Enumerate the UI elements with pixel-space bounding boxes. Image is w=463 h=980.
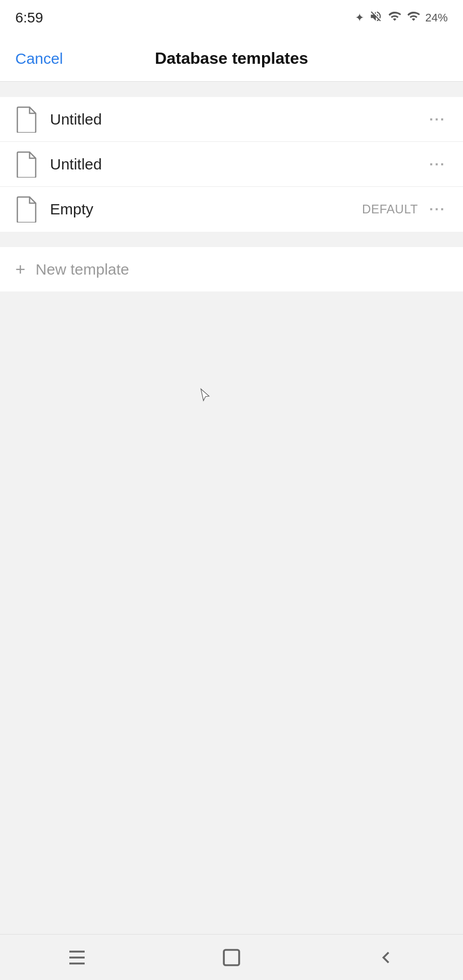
doc-icon-2 xyxy=(15,151,38,178)
section-divider-top xyxy=(0,82,463,97)
status-bar: 6:59 ✦ 24% xyxy=(0,0,463,36)
template-name-2: Untitled xyxy=(50,156,427,173)
template-more-button-1[interactable]: ··· xyxy=(427,111,448,128)
signal-icon xyxy=(407,10,420,26)
plus-icon: + xyxy=(15,259,25,279)
wifi-icon xyxy=(388,10,402,26)
bottom-nav-bar xyxy=(0,934,463,980)
template-more-button-2[interactable]: ··· xyxy=(427,156,448,173)
template-name-3: Empty xyxy=(50,201,362,218)
template-item-1[interactable]: Untitled ··· xyxy=(0,97,463,142)
main-content-area xyxy=(0,292,463,934)
section-divider-middle xyxy=(0,232,463,247)
doc-icon-3 xyxy=(15,196,38,223)
page-title: Database templates xyxy=(155,49,308,68)
template-item-3[interactable]: Empty DEFAULT ··· xyxy=(0,187,463,232)
new-template-button[interactable]: + New template xyxy=(0,247,463,292)
bluetooth-icon: ✦ xyxy=(355,11,364,24)
mouse-cursor xyxy=(199,388,211,403)
nav-home-button[interactable] xyxy=(211,942,252,973)
status-icons: ✦ 24% xyxy=(355,10,448,26)
svg-rect-3 xyxy=(224,950,239,965)
default-badge: DEFAULT xyxy=(362,202,418,216)
header: Cancel Database templates xyxy=(0,36,463,82)
mute-icon xyxy=(369,10,382,26)
template-more-button-3[interactable]: ··· xyxy=(427,201,448,217)
status-time: 6:59 xyxy=(15,10,43,26)
nav-back-button[interactable] xyxy=(366,942,406,973)
doc-icon-1 xyxy=(15,106,38,133)
template-name-1: Untitled xyxy=(50,111,427,128)
template-item-2[interactable]: Untitled ··· xyxy=(0,142,463,187)
battery-indicator: 24% xyxy=(425,11,448,24)
template-list: Untitled ··· Untitled ··· Empty DEFAULT … xyxy=(0,97,463,232)
nav-menu-button[interactable] xyxy=(57,942,97,973)
cancel-button[interactable]: Cancel xyxy=(15,50,63,67)
new-template-label: New template xyxy=(36,261,129,278)
